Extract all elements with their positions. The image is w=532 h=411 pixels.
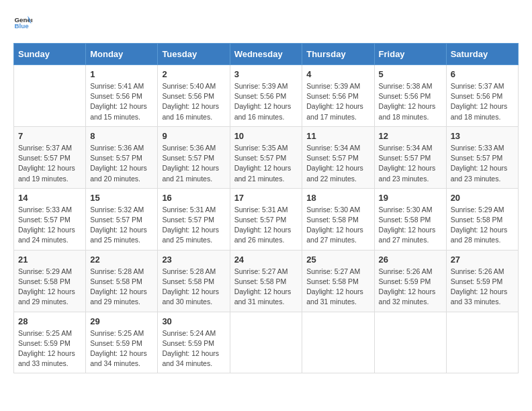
header-row: SundayMondayTuesdayWednesdayThursdayFrid… bbox=[14, 44, 519, 65]
calendar-cell: 9Sunrise: 5:36 AM Sunset: 5:57 PM Daylig… bbox=[158, 126, 230, 188]
day-number: 28 bbox=[18, 316, 81, 326]
day-number: 5 bbox=[379, 69, 442, 79]
cell-content: Sunrise: 5:28 AM Sunset: 5:58 PM Dayligh… bbox=[90, 267, 153, 308]
day-number: 10 bbox=[234, 131, 298, 141]
calendar-cell: 24Sunrise: 5:27 AM Sunset: 5:58 PM Dayli… bbox=[230, 250, 302, 312]
day-number: 20 bbox=[451, 193, 514, 203]
calendar-cell: 19Sunrise: 5:30 AM Sunset: 5:58 PM Dayli… bbox=[374, 188, 446, 250]
cell-content: Sunrise: 5:33 AM Sunset: 5:57 PM Dayligh… bbox=[451, 143, 514, 184]
cell-content: Sunrise: 5:36 AM Sunset: 5:57 PM Dayligh… bbox=[90, 143, 153, 184]
day-number: 12 bbox=[379, 131, 442, 141]
day-number: 29 bbox=[90, 316, 153, 326]
day-number: 23 bbox=[162, 255, 225, 265]
cell-content: Sunrise: 5:25 AM Sunset: 5:59 PM Dayligh… bbox=[90, 328, 153, 369]
cell-content: Sunrise: 5:40 AM Sunset: 5:56 PM Dayligh… bbox=[162, 81, 225, 122]
calendar-cell: 23Sunrise: 5:28 AM Sunset: 5:58 PM Dayli… bbox=[158, 250, 230, 312]
day-number: 18 bbox=[306, 193, 369, 203]
calendar-cell: 1Sunrise: 5:41 AM Sunset: 5:56 PM Daylig… bbox=[86, 65, 158, 127]
cell-content: Sunrise: 5:30 AM Sunset: 5:58 PM Dayligh… bbox=[379, 205, 442, 246]
day-number: 9 bbox=[162, 131, 225, 141]
cell-content: Sunrise: 5:31 AM Sunset: 5:57 PM Dayligh… bbox=[162, 205, 225, 246]
day-number: 13 bbox=[451, 131, 514, 141]
header-cell-wednesday: Wednesday bbox=[230, 44, 302, 65]
cell-content: Sunrise: 5:25 AM Sunset: 5:59 PM Dayligh… bbox=[18, 328, 81, 369]
calendar-cell: 30Sunrise: 5:24 AM Sunset: 5:59 PM Dayli… bbox=[158, 312, 230, 373]
day-number: 16 bbox=[162, 193, 225, 203]
calendar-cell: 13Sunrise: 5:33 AM Sunset: 5:57 PM Dayli… bbox=[446, 126, 518, 188]
cell-content: Sunrise: 5:28 AM Sunset: 5:58 PM Dayligh… bbox=[162, 267, 225, 308]
cell-content: Sunrise: 5:31 AM Sunset: 5:57 PM Dayligh… bbox=[234, 205, 298, 246]
cell-content: Sunrise: 5:33 AM Sunset: 5:57 PM Dayligh… bbox=[18, 205, 81, 246]
day-number: 3 bbox=[234, 69, 298, 79]
week-row-1: 7Sunrise: 5:37 AM Sunset: 5:57 PM Daylig… bbox=[14, 126, 519, 188]
logo-icon: General Blue bbox=[13, 13, 32, 32]
header-cell-sunday: Sunday bbox=[14, 44, 86, 65]
calendar-cell: 26Sunrise: 5:26 AM Sunset: 5:59 PM Dayli… bbox=[374, 250, 446, 312]
day-number: 15 bbox=[90, 193, 153, 203]
cell-content: Sunrise: 5:39 AM Sunset: 5:56 PM Dayligh… bbox=[306, 81, 369, 122]
calendar-cell: 7Sunrise: 5:37 AM Sunset: 5:57 PM Daylig… bbox=[14, 126, 86, 188]
day-number: 26 bbox=[379, 255, 442, 265]
header-cell-thursday: Thursday bbox=[302, 44, 374, 65]
day-number: 22 bbox=[90, 255, 153, 265]
calendar-cell: 25Sunrise: 5:27 AM Sunset: 5:58 PM Dayli… bbox=[302, 250, 374, 312]
calendar-cell bbox=[446, 312, 518, 373]
calendar-cell: 5Sunrise: 5:38 AM Sunset: 5:56 PM Daylig… bbox=[374, 65, 446, 127]
cell-content: Sunrise: 5:29 AM Sunset: 5:58 PM Dayligh… bbox=[451, 205, 514, 246]
day-number: 25 bbox=[306, 255, 369, 265]
calendar-cell: 3Sunrise: 5:39 AM Sunset: 5:56 PM Daylig… bbox=[230, 65, 302, 127]
calendar-cell bbox=[374, 312, 446, 373]
calendar-cell: 20Sunrise: 5:29 AM Sunset: 5:58 PM Dayli… bbox=[446, 188, 518, 250]
calendar-cell: 4Sunrise: 5:39 AM Sunset: 5:56 PM Daylig… bbox=[302, 65, 374, 127]
day-number: 21 bbox=[18, 255, 81, 265]
cell-content: Sunrise: 5:30 AM Sunset: 5:58 PM Dayligh… bbox=[306, 205, 369, 246]
day-number: 11 bbox=[306, 131, 369, 141]
calendar-cell: 27Sunrise: 5:26 AM Sunset: 5:59 PM Dayli… bbox=[446, 250, 518, 312]
cell-content: Sunrise: 5:34 AM Sunset: 5:57 PM Dayligh… bbox=[306, 143, 369, 184]
cell-content: Sunrise: 5:32 AM Sunset: 5:57 PM Dayligh… bbox=[90, 205, 153, 246]
week-row-2: 14Sunrise: 5:33 AM Sunset: 5:57 PM Dayli… bbox=[14, 188, 519, 250]
calendar-cell: 12Sunrise: 5:34 AM Sunset: 5:57 PM Dayli… bbox=[374, 126, 446, 188]
cell-content: Sunrise: 5:39 AM Sunset: 5:56 PM Dayligh… bbox=[234, 81, 298, 122]
calendar-body: 1Sunrise: 5:41 AM Sunset: 5:56 PM Daylig… bbox=[14, 65, 519, 373]
calendar-cell: 15Sunrise: 5:32 AM Sunset: 5:57 PM Dayli… bbox=[86, 188, 158, 250]
day-number: 27 bbox=[451, 255, 514, 265]
svg-text:Blue: Blue bbox=[14, 22, 29, 30]
day-number: 7 bbox=[18, 131, 81, 141]
day-number: 8 bbox=[90, 131, 153, 141]
header-cell-monday: Monday bbox=[86, 44, 158, 65]
calendar-cell: 28Sunrise: 5:25 AM Sunset: 5:59 PM Dayli… bbox=[14, 312, 86, 373]
day-number: 30 bbox=[162, 316, 225, 326]
cell-content: Sunrise: 5:26 AM Sunset: 5:59 PM Dayligh… bbox=[451, 267, 514, 308]
week-row-0: 1Sunrise: 5:41 AM Sunset: 5:56 PM Daylig… bbox=[14, 65, 519, 127]
day-number: 1 bbox=[90, 69, 153, 79]
calendar-cell: 8Sunrise: 5:36 AM Sunset: 5:57 PM Daylig… bbox=[86, 126, 158, 188]
cell-content: Sunrise: 5:41 AM Sunset: 5:56 PM Dayligh… bbox=[90, 81, 153, 122]
cell-content: Sunrise: 5:24 AM Sunset: 5:59 PM Dayligh… bbox=[162, 328, 225, 369]
calendar-cell: 22Sunrise: 5:28 AM Sunset: 5:58 PM Dayli… bbox=[86, 250, 158, 312]
calendar-table: SundayMondayTuesdayWednesdayThursdayFrid… bbox=[13, 43, 519, 373]
calendar-cell bbox=[14, 65, 86, 127]
header-cell-tuesday: Tuesday bbox=[158, 44, 230, 65]
day-number: 14 bbox=[18, 193, 81, 203]
day-number: 2 bbox=[162, 69, 225, 79]
day-number: 17 bbox=[234, 193, 298, 203]
cell-content: Sunrise: 5:37 AM Sunset: 5:57 PM Dayligh… bbox=[18, 143, 81, 184]
calendar-cell: 2Sunrise: 5:40 AM Sunset: 5:56 PM Daylig… bbox=[158, 65, 230, 127]
calendar-header: SundayMondayTuesdayWednesdayThursdayFrid… bbox=[14, 44, 519, 65]
cell-content: Sunrise: 5:27 AM Sunset: 5:58 PM Dayligh… bbox=[306, 267, 369, 308]
day-number: 19 bbox=[379, 193, 442, 203]
calendar-cell: 14Sunrise: 5:33 AM Sunset: 5:57 PM Dayli… bbox=[14, 188, 86, 250]
cell-content: Sunrise: 5:36 AM Sunset: 5:57 PM Dayligh… bbox=[162, 143, 225, 184]
calendar-cell bbox=[230, 312, 302, 373]
header-cell-saturday: Saturday bbox=[446, 44, 518, 65]
calendar-cell: 21Sunrise: 5:29 AM Sunset: 5:58 PM Dayli… bbox=[14, 250, 86, 312]
calendar-cell: 10Sunrise: 5:35 AM Sunset: 5:57 PM Dayli… bbox=[230, 126, 302, 188]
logo: General Blue bbox=[13, 13, 35, 32]
page-header: General Blue bbox=[13, 13, 519, 32]
calendar-cell: 11Sunrise: 5:34 AM Sunset: 5:57 PM Dayli… bbox=[302, 126, 374, 188]
cell-content: Sunrise: 5:29 AM Sunset: 5:58 PM Dayligh… bbox=[18, 267, 81, 308]
cell-content: Sunrise: 5:26 AM Sunset: 5:59 PM Dayligh… bbox=[379, 267, 442, 308]
calendar-cell: 29Sunrise: 5:25 AM Sunset: 5:59 PM Dayli… bbox=[86, 312, 158, 373]
calendar-cell: 18Sunrise: 5:30 AM Sunset: 5:58 PM Dayli… bbox=[302, 188, 374, 250]
